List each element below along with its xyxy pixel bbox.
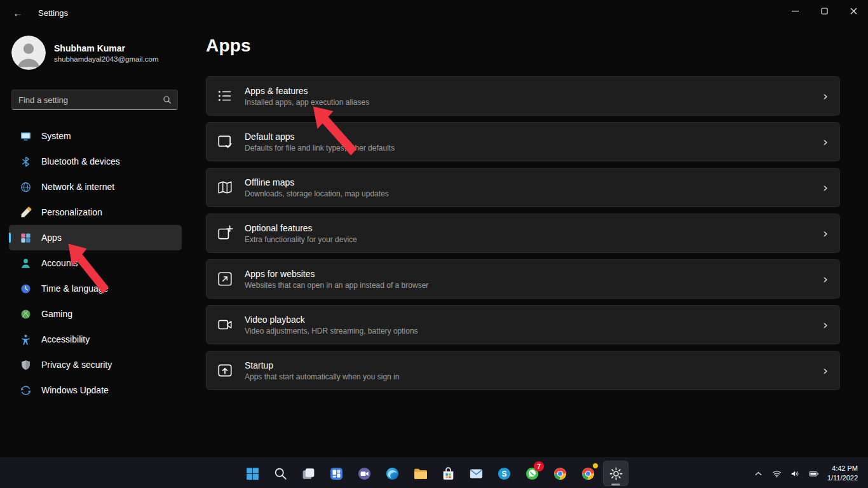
system-icon <box>20 130 32 142</box>
battery-button[interactable] <box>805 462 822 485</box>
bluetooth-icon <box>20 156 32 168</box>
file-explorer-icon <box>412 466 428 482</box>
optional-features-icon <box>217 225 233 241</box>
card-title: Offline maps <box>245 177 389 187</box>
card-title: Startup <box>245 360 399 370</box>
privacy-icon <box>20 359 32 371</box>
search-icon <box>273 466 288 482</box>
card-video-playback[interactable]: Video playback Video adjustments, HDR st… <box>206 305 840 344</box>
card-apps-features[interactable]: Apps & features Installed apps, app exec… <box>206 76 840 116</box>
chrome-profile-button[interactable] <box>575 461 600 486</box>
card-startup[interactable]: Startup Apps that start automatically wh… <box>206 351 840 390</box>
volume-button[interactable] <box>787 462 804 485</box>
hidden-icons-button[interactable] <box>750 462 767 485</box>
window-controls <box>780 0 868 22</box>
sidebar-item-accessibility[interactable]: Accessibility <box>9 327 182 352</box>
titlebar: ← Settings <box>0 0 868 25</box>
sidebar-item-label: Windows Update <box>41 385 109 395</box>
settings-window: ← Settings Shubham Kumar shubhamdayal204… <box>0 0 868 488</box>
chrome-notification-badge <box>592 463 599 469</box>
minimize-button[interactable] <box>780 0 810 22</box>
sidebar-item-privacy-security[interactable]: Privacy & security <box>9 352 182 377</box>
sidebar-item-bluetooth-devices[interactable]: Bluetooth & devices <box>9 149 182 174</box>
default-apps-icon <box>217 133 233 150</box>
sidebar-item-label: Personalization <box>41 207 102 217</box>
card-title: Default apps <box>245 132 395 142</box>
chat-button[interactable] <box>351 461 377 486</box>
sidebar-item-label: Privacy & security <box>41 360 112 370</box>
apps-for-websites-icon <box>217 271 233 287</box>
accounts-icon <box>20 257 32 269</box>
chevron-right-icon: › <box>823 273 828 285</box>
sidebar-item-gaming[interactable]: Gaming <box>9 301 182 327</box>
clock[interactable]: 4:42 PM 1/11/2022 <box>824 464 863 484</box>
chevron-right-icon: › <box>823 135 828 148</box>
card-subtitle: Defaults for file and link types, other … <box>245 144 395 152</box>
sidebar-item-network-internet[interactable]: Network & internet <box>9 174 182 200</box>
sidebar-item-label: Bluetooth & devices <box>41 156 120 166</box>
card-optional-features[interactable]: Optional features Extra functionality fo… <box>206 214 840 253</box>
card-subtitle: Apps that start automatically when you s… <box>245 372 399 381</box>
maximize-button[interactable] <box>810 0 839 22</box>
card-subtitle: Extra functionality for your device <box>245 235 357 244</box>
battery-icon <box>808 468 819 479</box>
windows-update-icon <box>20 384 32 396</box>
sidebar-nav: System Bluetooth & devices Network & int… <box>0 123 191 403</box>
user-account[interactable]: Shubham Kumar shubhamdayal2043@gmail.com <box>11 36 158 70</box>
sidebar-item-label: Gaming <box>41 309 72 319</box>
skype-button[interactable]: S <box>491 461 517 486</box>
close-button[interactable] <box>839 0 868 22</box>
window-title: Settings <box>38 8 68 18</box>
start-button[interactable] <box>240 461 265 486</box>
widgets-button[interactable] <box>323 461 349 486</box>
mail-button[interactable] <box>463 461 489 486</box>
search-input[interactable] <box>18 95 162 105</box>
sidebar-item-time-language[interactable]: Time & language <box>9 276 182 301</box>
card-apps-for-websites[interactable]: Apps for websites Websites that can open… <box>206 259 840 299</box>
card-title: Optional features <box>245 223 357 233</box>
start-icon <box>245 466 261 482</box>
settings-taskbar-button[interactable] <box>603 461 628 486</box>
sidebar-item-label: Time & language <box>41 283 108 294</box>
sidebar-item-windows-update[interactable]: Windows Update <box>9 377 182 403</box>
sidebar: Shubham Kumar shubhamdayal2043@gmail.com… <box>0 25 191 458</box>
sidebar-item-label: Network & internet <box>41 182 114 192</box>
sidebar-item-personalization[interactable]: Personalization <box>9 200 182 225</box>
video-playback-icon <box>217 316 233 333</box>
settings-cards: Apps & features Installed apps, app exec… <box>206 76 840 396</box>
user-name: Shubham Kumar <box>54 43 158 54</box>
card-default-apps[interactable]: Default apps Defaults for file and link … <box>206 122 840 161</box>
widgets-icon <box>329 466 344 482</box>
sidebar-item-label: Apps <box>41 233 62 243</box>
time-language-icon <box>20 283 32 295</box>
taskbar-search-button[interactable] <box>268 461 293 486</box>
task-view-button[interactable] <box>295 461 321 486</box>
store-button[interactable] <box>435 461 461 486</box>
card-title: Video playback <box>245 315 418 325</box>
edge-button[interactable] <box>379 461 405 486</box>
tray-time: 4:42 PM <box>827 464 858 473</box>
search-box[interactable] <box>11 90 178 110</box>
minimize-icon <box>792 8 799 15</box>
chrome-button[interactable] <box>547 461 573 486</box>
whatsapp-button[interactable]: 7 <box>519 461 545 486</box>
startup-icon <box>217 362 233 379</box>
card-title: Apps & features <box>245 86 369 96</box>
card-offline-maps[interactable]: Offline maps Downloads, storage location… <box>206 168 840 207</box>
store-icon <box>440 466 456 482</box>
sidebar-item-apps[interactable]: Apps <box>9 225 182 250</box>
sidebar-item-system[interactable]: System <box>9 123 182 149</box>
card-subtitle: Downloads, storage location, map updates <box>245 189 389 198</box>
search-icon <box>162 95 172 105</box>
chevron-right-icon: › <box>823 181 828 194</box>
card-subtitle: Installed apps, app execution aliases <box>245 98 369 107</box>
sidebar-item-accounts[interactable]: Accounts <box>9 250 182 276</box>
back-arrow-icon: ← <box>13 8 23 18</box>
back-button[interactable]: ← <box>6 3 29 23</box>
file-explorer-button[interactable] <box>407 461 433 486</box>
chrome-icon <box>552 466 568 482</box>
svg-text:S: S <box>501 469 506 478</box>
network-status-button[interactable] <box>768 462 785 485</box>
card-subtitle: Video adjustments, HDR streaming, batter… <box>245 327 418 336</box>
gaming-icon <box>20 308 32 320</box>
